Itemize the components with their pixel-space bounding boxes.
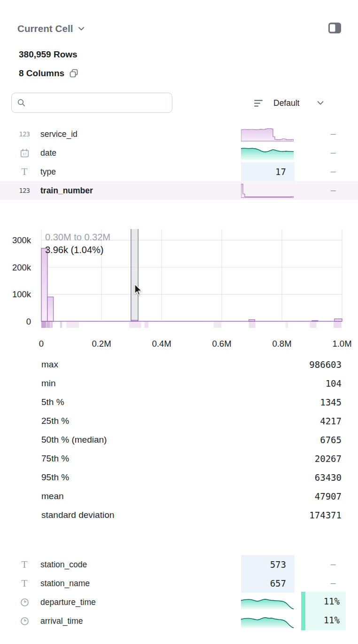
- stat-row: 25th %4217: [0, 412, 358, 430]
- sort-selected-value: Default: [273, 98, 299, 108]
- column-row-type[interactable]: T type 17 –: [0, 162, 358, 181]
- row-count: 380,959 Rows: [19, 49, 78, 60]
- unique-count-badge: 17: [241, 162, 295, 181]
- svg-text:200k: 200k: [12, 262, 31, 272]
- column-row-service-id[interactable]: 123 service_id –: [0, 125, 358, 143]
- null-dash: –: [326, 125, 340, 143]
- svg-text:0.6M: 0.6M: [212, 339, 231, 349]
- number-type-icon: 123: [16, 181, 33, 200]
- histogram-hover-value: 3.96k (1.04%): [45, 244, 104, 256]
- stat-row: 75th %20267: [0, 449, 358, 468]
- panel-toggle-icon[interactable]: [328, 23, 341, 33]
- search-input[interactable]: [30, 98, 166, 108]
- service-id-sparkline: [241, 127, 294, 142]
- svg-text:1.0M: 1.0M: [332, 339, 351, 349]
- column-search: [11, 93, 172, 113]
- svg-text:0: 0: [39, 339, 44, 349]
- train-number-sparkline: [241, 183, 294, 198]
- svg-text:100k: 100k: [12, 289, 31, 299]
- svg-text:0.4M: 0.4M: [152, 339, 171, 349]
- unique-count-badge: 573: [241, 555, 295, 574]
- text-type-icon: T: [16, 162, 33, 181]
- svg-text:0: 0: [26, 317, 31, 326]
- stat-row: min104: [0, 374, 358, 393]
- svg-text:0.2M: 0.2M: [92, 339, 111, 349]
- column-name: train_number: [40, 181, 93, 200]
- null-pct-departure: 11%: [305, 592, 346, 611]
- profile-panel: Current Cell 380,959 Rows 8 Columns Defa…: [0, 0, 358, 644]
- histogram-hover-range: 0.30M to 0.32M: [45, 231, 110, 243]
- stat-row: mean47907: [0, 487, 358, 506]
- column-name: service_id: [40, 125, 78, 143]
- column-name: date: [40, 143, 56, 162]
- unique-count-badge: 657: [241, 574, 295, 593]
- column-row-station-code[interactable]: T station_code 573 –: [0, 555, 358, 574]
- chevron-down-icon: [78, 27, 85, 31]
- stat-row: max986603: [0, 355, 358, 374]
- chevron-down-icon: [317, 101, 324, 105]
- column-row-station-name[interactable]: T station_name 657 –: [0, 574, 358, 593]
- clock-icon: [16, 593, 33, 612]
- column-row-train-number[interactable]: 123 train_number –: [0, 181, 358, 200]
- text-type-icon: T: [16, 555, 33, 574]
- calendar-icon: 17: [16, 143, 33, 162]
- column-name: station_code: [40, 555, 87, 574]
- text-type-icon: T: [16, 574, 33, 593]
- date-sparkline: [241, 145, 294, 160]
- null-dash: –: [326, 181, 340, 199]
- stat-row: standard deviation174371: [0, 506, 358, 525]
- stat-row: 5th %1345: [0, 393, 358, 412]
- svg-text:17: 17: [23, 152, 26, 156]
- search-icon: [17, 99, 25, 107]
- arrival-time-sparkline: [241, 613, 294, 628]
- number-type-icon: 123: [16, 125, 33, 143]
- sort-dropdown[interactable]: Default: [254, 95, 324, 111]
- column-count: 8 Columns: [19, 68, 64, 79]
- column-name: type: [40, 162, 56, 181]
- copy-icon[interactable]: [69, 69, 78, 78]
- null-dash: –: [326, 555, 340, 573]
- null-pct-arrival: 11%: [305, 611, 346, 629]
- null-dash: –: [326, 162, 340, 180]
- summary-statistics: max986603 min104 5th %1345 25th %4217 50…: [0, 355, 358, 525]
- clock-icon: [16, 612, 33, 630]
- departure-time-sparkline: [241, 595, 294, 610]
- column-name: arrival_time: [40, 612, 83, 630]
- svg-text:300k: 300k: [12, 235, 31, 245]
- stat-row: 50th % (median)6765: [0, 430, 358, 449]
- column-name: departure_time: [40, 593, 96, 612]
- page-title: Current Cell: [17, 23, 73, 34]
- stat-row: 95th %63430: [0, 468, 358, 487]
- column-name: station_name: [40, 574, 90, 593]
- sort-icon: [254, 99, 265, 108]
- current-cell-dropdown[interactable]: Current Cell: [17, 22, 85, 36]
- svg-text:0.8M: 0.8M: [272, 339, 291, 349]
- column-row-date[interactable]: 17 date –: [0, 143, 358, 162]
- null-dash: –: [326, 143, 340, 161]
- null-dash: –: [326, 574, 340, 592]
- null-percentage-badge: 11% 11%: [301, 592, 346, 630]
